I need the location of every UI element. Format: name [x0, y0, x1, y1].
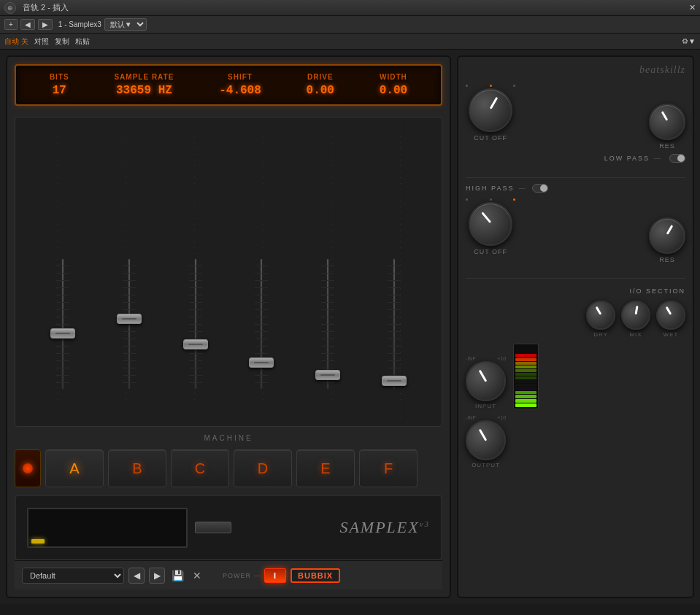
- bottom-bar: Default ◀ ▶ 💾 ✕ POWER — I BUBBIX: [15, 560, 442, 589]
- compare-btn[interactable]: 对照: [34, 36, 49, 47]
- highpass-cutoff-group: CUT OFF: [466, 198, 515, 255]
- vu-bar-12: [515, 395, 536, 398]
- highpass-res-group: RES: [649, 198, 685, 263]
- tape-deck: SAMPLEXv3: [15, 495, 442, 560]
- hp-res-indicator: [666, 225, 674, 235]
- wet-knob-group: WET: [656, 301, 685, 338]
- dot-center: [490, 85, 492, 87]
- machine-button-e[interactable]: E: [296, 449, 355, 487]
- fader-6[interactable]: [393, 251, 396, 411]
- bubbix-button[interactable]: BUBBIX: [291, 568, 340, 583]
- tape-button[interactable]: [195, 522, 231, 533]
- width-display: WIDTH 0.00: [380, 73, 407, 97]
- res-knob-indicator: [661, 111, 669, 121]
- wet-knob[interactable]: [656, 301, 685, 330]
- highpass-cutoff-knob[interactable]: [469, 202, 512, 246]
- output-label: OUTPUT: [472, 462, 500, 468]
- wet-indicator: [666, 306, 672, 315]
- io-section: I/O SECTION DRY MIX: [466, 287, 685, 468]
- bits-display: BITS 17: [50, 73, 69, 97]
- machine-button-a[interactable]: A: [45, 449, 104, 487]
- shift-display: SHIFT -4.608: [219, 73, 261, 97]
- input-label: INPUT: [475, 403, 496, 409]
- section-divider-1: [466, 177, 685, 178]
- lowpass-cutoff-group: CUT OFF: [466, 85, 515, 142]
- right-panel-content: beatskillz CUT OFF: [466, 64, 685, 589]
- input-indicator: [478, 370, 487, 382]
- lowpass-label: LOW PASS —: [604, 155, 662, 162]
- copy-btn[interactable]: 复制: [55, 36, 69, 47]
- fader-3[interactable]: [194, 251, 197, 411]
- save-button[interactable]: 💾: [169, 570, 186, 581]
- sample-rate-label: SAMPLE RATE: [114, 73, 174, 81]
- section-divider-2: [466, 278, 685, 279]
- lowpass-res-knob[interactable]: [649, 104, 685, 140]
- machine-button-b[interactable]: B: [108, 449, 166, 487]
- output-knob-group: -INF +10 OUTPUT: [466, 415, 506, 468]
- hp-cutoff-indicator: [481, 212, 491, 223]
- preset-prev-button[interactable]: ◀: [128, 568, 145, 584]
- input-min-label: -INF: [466, 356, 476, 361]
- right-panel: beatskillz CUT OFF: [457, 55, 694, 598]
- highpass-res-knob[interactable]: [649, 217, 685, 254]
- fader-1[interactable]: [61, 251, 64, 411]
- sample-rate-display: SAMPLE RATE 33659 HZ: [114, 73, 174, 97]
- main-toolbar: + ◀ ▶ 1 - Samplex3 默认▼: [0, 16, 700, 34]
- sample-rate-value: 33659 HZ: [116, 84, 172, 97]
- machine-button-c[interactable]: C: [171, 449, 229, 487]
- power-left-button[interactable]: [15, 449, 41, 487]
- output-knob[interactable]: [466, 420, 506, 460]
- power-label: POWER: [223, 572, 251, 579]
- power-section: POWER — I: [223, 568, 286, 583]
- bits-label: BITS: [50, 73, 69, 81]
- mix-knob[interactable]: [621, 301, 650, 330]
- delete-button[interactable]: ✕: [191, 570, 204, 581]
- nav-forward-button[interactable]: ▶: [38, 19, 53, 30]
- input-knob[interactable]: [466, 361, 506, 401]
- highpass-section: HIGH PASS —: [466, 184, 685, 266]
- preset-next-button[interactable]: ▶: [149, 568, 165, 584]
- power-indicator[interactable]: I: [264, 568, 286, 583]
- sub-toolbar: 自动 关 对照 复制 粘贴 ⚙▼: [0, 34, 700, 50]
- drive-value: 0.00: [307, 84, 334, 97]
- left-panel: BITS 17 SAMPLE RATE 33659 HZ SHIFT -4.60…: [6, 55, 451, 598]
- preset-select[interactable]: Default: [22, 568, 124, 584]
- machine-button-d[interactable]: D: [234, 449, 292, 487]
- shift-label: SHIFT: [228, 73, 253, 81]
- output-min-label: -INF: [466, 415, 476, 420]
- drive-label: DRIVE: [307, 73, 334, 81]
- io-title: I/O SECTION: [466, 287, 685, 295]
- lowpass-toggle-row: LOW PASS —: [466, 154, 685, 163]
- auto-off-toggle[interactable]: 自动 关: [4, 36, 28, 47]
- dry-indicator: [596, 306, 602, 315]
- dry-knob[interactable]: [586, 301, 615, 330]
- fader-4[interactable]: [260, 251, 263, 411]
- machine-button-f[interactable]: F: [359, 449, 418, 487]
- settings-icon[interactable]: ⚙▼: [682, 37, 696, 45]
- fader-2[interactable]: [128, 251, 131, 411]
- fader-5[interactable]: [326, 251, 329, 411]
- machine-buttons-row: A B C D E F: [15, 449, 442, 487]
- paste-btn[interactable]: 粘贴: [75, 36, 90, 47]
- hp-dot-center: [490, 198, 492, 201]
- add-track-button[interactable]: +: [4, 19, 18, 30]
- lowpass-cutoff-knob[interactable]: [469, 88, 512, 132]
- preset-dropdown[interactable]: 默认▼: [104, 18, 147, 31]
- highpass-res-label: RES: [659, 256, 675, 263]
- lowpass-cutoff-label: CUT OFF: [474, 134, 507, 142]
- lowpass-knobs-row: CUT OFF RES: [466, 85, 685, 150]
- width-label: WIDTH: [380, 73, 407, 81]
- dot-right: [513, 85, 515, 87]
- close-button[interactable]: ✕: [689, 3, 696, 12]
- pin-button[interactable]: ⊕: [4, 2, 16, 14]
- power-led: [23, 463, 33, 473]
- drive-display: DRIVE 0.00: [307, 73, 334, 97]
- vu-meter: [513, 344, 539, 409]
- toggle-knob: [677, 155, 685, 162]
- vu-bar-5: [515, 369, 536, 372]
- nav-back-button[interactable]: ◀: [20, 19, 35, 30]
- lowpass-toggle[interactable]: [669, 154, 685, 163]
- vu-bar-2: [515, 358, 536, 361]
- faders-area: [15, 117, 442, 427]
- highpass-toggle[interactable]: [532, 184, 548, 193]
